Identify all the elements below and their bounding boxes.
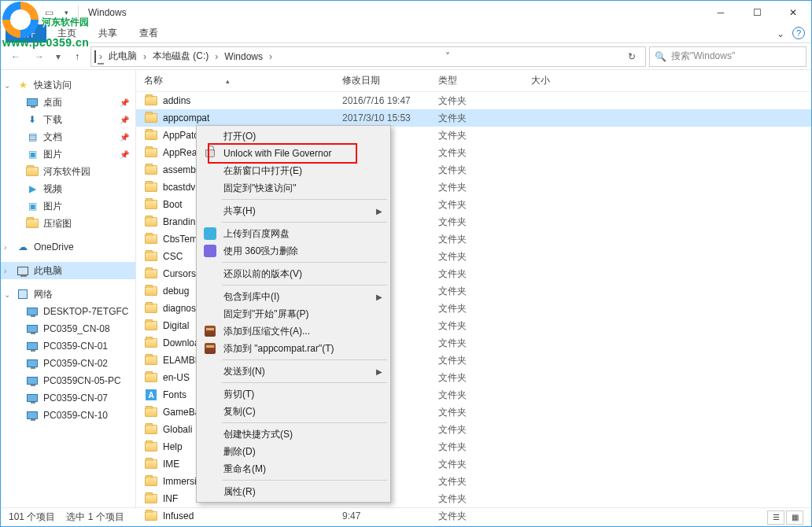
- help-icon[interactable]: ?: [792, 27, 805, 39]
- nav-onedrive[interactable]: › ☁ OneDrive: [1, 238, 135, 256]
- nav-back-button[interactable]: ←: [6, 46, 26, 67]
- breadcrumb-root-icon[interactable]: [94, 51, 96, 62]
- refresh-icon[interactable]: ↻: [622, 51, 642, 62]
- doc-icon: ▤: [26, 131, 39, 143]
- addr-dropdown-icon[interactable]: ˅: [437, 51, 458, 62]
- menu-item[interactable]: 创建快捷方式(S): [198, 426, 389, 443]
- folder-icon: [145, 182, 157, 192]
- nav-quick-item[interactable]: 桌面📌: [1, 94, 135, 111]
- chevron-right-icon[interactable]: ›: [213, 51, 220, 62]
- nav-network-computer[interactable]: PC0359-CN-07: [1, 389, 135, 407]
- ribbon-tab-view[interactable]: 查看: [128, 24, 169, 42]
- folder-icon: [145, 148, 157, 157]
- close-button[interactable]: ✕: [775, 1, 811, 24]
- menu-item[interactable]: 添加到压缩文件(A)...: [198, 322, 389, 340]
- nav-network-computer[interactable]: DESKTOP-7ETGFC: [1, 303, 135, 320]
- menu-item[interactable]: 上传到百度网盘: [198, 225, 389, 242]
- onedrive-icon: ☁: [17, 241, 29, 253]
- menu-item[interactable]: 固定到"开始"屏幕(P): [198, 305, 389, 322]
- folder-icon: [145, 234, 157, 244]
- col-size[interactable]: 大小: [531, 74, 594, 87]
- file-row[interactable]: Infused9:47文件夹: [136, 507, 811, 525]
- file-type: 文件夹: [438, 510, 531, 523]
- blank-icon: [203, 485, 217, 499]
- file-row[interactable]: appcompat2017/3/10 15:53文件夹: [136, 109, 811, 127]
- file-date: 2016/7/16 19:47: [342, 95, 438, 106]
- expand-icon[interactable]: ›: [4, 243, 12, 252]
- blank-icon: [203, 462, 217, 476]
- minimize-button[interactable]: ─: [703, 1, 739, 24]
- chevron-right-icon[interactable]: ›: [142, 51, 148, 62]
- menu-item[interactable]: 共享(H)▶: [198, 202, 389, 219]
- nav-history-dropdown[interactable]: ▾: [53, 51, 64, 62]
- download-icon: ⬇: [26, 113, 39, 126]
- expand-icon[interactable]: ⌄: [4, 81, 12, 90]
- menu-item[interactable]: 还原以前的版本(V): [198, 265, 389, 282]
- folder-icon: [145, 165, 157, 175]
- folder-icon: [145, 511, 157, 521]
- breadcrumb-seg-drive[interactable]: 本地磁盘 (C:): [148, 47, 213, 66]
- file-name: appcompat: [163, 112, 342, 123]
- file-row[interactable]: addins2016/7/16 19:47文件夹: [136, 92, 811, 109]
- nav-quick-item[interactable]: ▶视频: [1, 180, 135, 197]
- chevron-right-icon: ▶: [376, 293, 382, 301]
- menu-item[interactable]: 属性(R): [198, 483, 389, 500]
- menu-item[interactable]: 包含到库中(I)▶: [198, 288, 389, 305]
- menu-item[interactable]: 使用 360强力删除: [198, 242, 389, 260]
- nav-network-computer[interactable]: PC0359-CN-02: [1, 355, 135, 372]
- expand-icon[interactable]: ›: [4, 267, 12, 275]
- chevron-right-icon[interactable]: ›: [268, 51, 274, 62]
- menu-item[interactable]: 在新窗口中打开(E): [198, 162, 389, 179]
- qat-dropdown-icon[interactable]: ▾: [59, 6, 73, 20]
- menu-separator: [222, 262, 387, 263]
- nav-network-computer[interactable]: PC0359-CN-10: [1, 407, 135, 424]
- col-type[interactable]: 类型: [438, 74, 531, 87]
- nav-network-computer[interactable]: PC0359-CN-01: [1, 337, 135, 355]
- search-input[interactable]: 🔍 搜索"Windows": [649, 46, 806, 67]
- expand-icon[interactable]: ⌄: [4, 290, 12, 299]
- chevron-right-icon[interactable]: ›: [98, 51, 104, 62]
- breadcrumb-seg-thispc[interactable]: 此电脑: [104, 47, 142, 66]
- nav-this-pc[interactable]: › 此电脑: [1, 262, 135, 279]
- ribbon-tab-home[interactable]: 主页: [46, 24, 87, 42]
- menu-item-label: 固定到"快速访问": [223, 182, 297, 195]
- folder-icon: [145, 252, 157, 261]
- blank-icon: [203, 289, 217, 304]
- menu-item-label: 共享(H): [223, 205, 256, 218]
- nav-up-button[interactable]: ↑: [67, 46, 87, 67]
- col-name[interactable]: 名称▴: [144, 74, 342, 87]
- breadcrumb-seg-folder[interactable]: Windows: [220, 47, 268, 66]
- folder-icon: [145, 131, 157, 140]
- menu-item[interactable]: 剪切(T): [198, 385, 389, 403]
- menu-item[interactable]: 固定到"快速访问": [198, 179, 389, 197]
- nav-quick-item[interactable]: ▤文档📌: [1, 128, 135, 146]
- ribbon-file-tab[interactable]: 文件: [6, 24, 46, 42]
- nav-quick-item[interactable]: ▣图片: [1, 197, 135, 215]
- menu-item[interactable]: 添加到 "appcompat.rar"(T): [198, 340, 389, 357]
- nav-quick-item[interactable]: ▣图片📌: [1, 146, 135, 163]
- menu-item[interactable]: 重命名(M): [198, 460, 389, 477]
- menu-item[interactable]: 复制(C): [198, 403, 389, 420]
- menu-item[interactable]: 发送到(N)▶: [198, 363, 389, 380]
- ribbon-tab-share[interactable]: 共享: [87, 24, 128, 42]
- nav-quick-access[interactable]: ⌄ ★ 快速访问: [1, 76, 135, 94]
- nav-forward-button[interactable]: →: [29, 46, 50, 67]
- blank-icon: [203, 427, 217, 441]
- nav-network-computer[interactable]: PC0359_CN-08: [1, 320, 135, 337]
- nav-quick-item[interactable]: ⬇下载📌: [1, 111, 135, 128]
- qat-properties-icon[interactable]: ▦: [24, 6, 39, 20]
- nav-network-computer[interactable]: PC0359CN-05-PC: [1, 372, 135, 389]
- menu-item[interactable]: Unlock with File Governor: [198, 145, 389, 162]
- col-date[interactable]: 修改日期: [342, 74, 438, 87]
- breadcrumb[interactable]: › 此电脑 › 本地磁盘 (C:) › Windows › ˅ ↻: [90, 46, 646, 67]
- blank-icon: [203, 387, 217, 401]
- nav-quick-item[interactable]: 河东软件园: [1, 163, 135, 180]
- ribbon-expand-icon[interactable]: ⌄: [769, 24, 792, 42]
- maximize-button[interactable]: ☐: [739, 1, 775, 24]
- menu-item[interactable]: 打开(O): [198, 127, 389, 145]
- nav-network[interactable]: ⌄ 网络: [1, 286, 135, 303]
- menu-item[interactable]: 删除(D): [198, 443, 389, 460]
- qat-newfolder-icon[interactable]: ▭: [42, 6, 56, 20]
- file-name: addins: [163, 95, 342, 106]
- nav-quick-item[interactable]: 压缩图: [1, 215, 135, 232]
